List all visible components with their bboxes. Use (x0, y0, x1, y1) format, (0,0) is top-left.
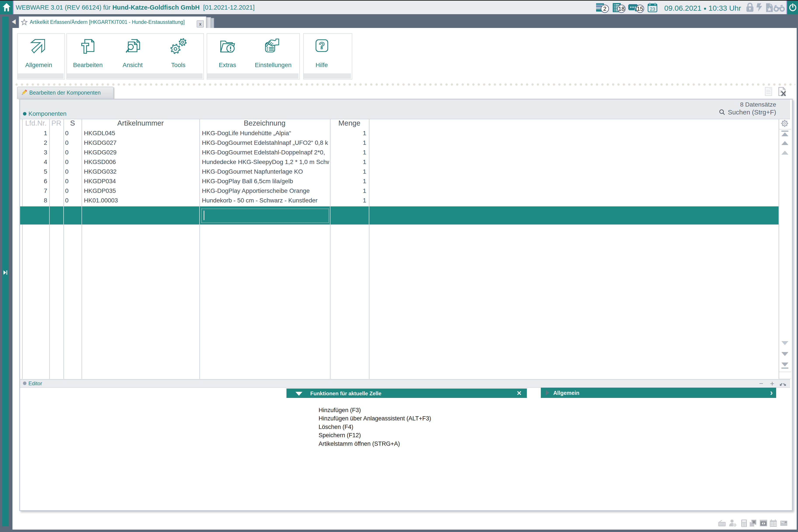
svg-text:?: ? (319, 40, 325, 51)
svg-text:23: 23 (650, 6, 655, 12)
